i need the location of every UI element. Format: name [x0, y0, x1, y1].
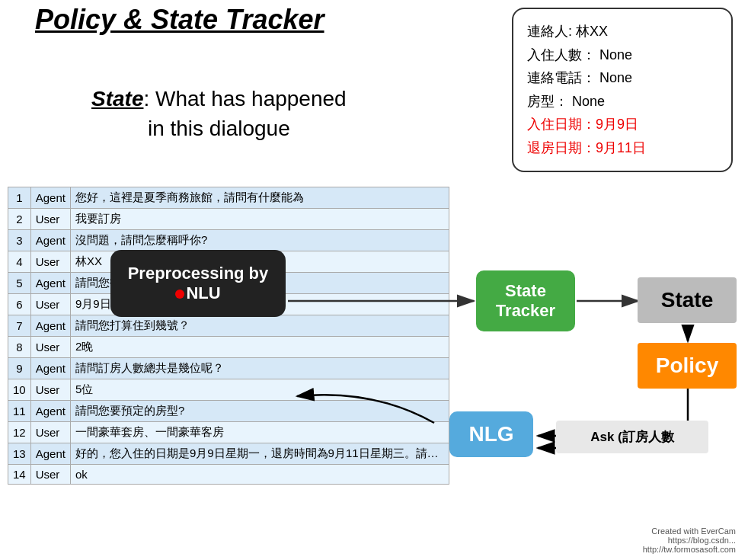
info-guests: 入住人數： None	[527, 43, 718, 67]
row-content: 請問您要預定的房型?	[70, 401, 449, 422]
row-num: 14	[8, 465, 31, 485]
table-row: 1 Agent 您好，這裡是夏季商務旅館，請問有什麼能為	[8, 187, 449, 209]
row-role: User	[30, 294, 70, 315]
row-content: 您好，這裡是夏季商務旅館，請問有什麼能為	[70, 187, 449, 209]
row-role: Agent	[30, 187, 70, 209]
info-box: 連絡人: 林XX 入住人數： None 連絡電話： None 房型： None …	[512, 8, 733, 172]
state-box: State	[638, 277, 737, 323]
row-content: 請問您打算住到幾號？	[70, 315, 449, 337]
table-row: 14 User ok	[8, 465, 449, 485]
row-role: User	[30, 465, 70, 485]
info-room-type: 房型： None	[527, 90, 718, 114]
row-content: ok	[70, 465, 449, 485]
nlg-box: NLG	[449, 411, 533, 457]
row-role: User	[30, 251, 70, 273]
row-role: User	[30, 379, 70, 401]
row-num: 3	[8, 230, 31, 251]
state-desc-line1: State: What has happened	[91, 84, 347, 114]
row-num: 9	[8, 358, 31, 379]
row-num: 5	[8, 273, 31, 294]
row-role: Agent	[30, 230, 70, 251]
table-row: 7 Agent 請問您打算住到幾號？	[8, 315, 449, 337]
nlu-line1: Preprocessing by	[126, 264, 270, 283]
nlu-dot	[175, 290, 184, 299]
dialogue-table: 1 Agent 您好，這裡是夏季商務旅館，請問有什麼能為2 User 我要訂房3…	[8, 187, 449, 485]
row-num: 11	[8, 401, 31, 422]
table-row: 8 User 2晚	[8, 337, 449, 358]
table-row: 13 Agent 好的，您入住的日期是9月9日星期一，退房時間為9月11日星期三…	[8, 443, 449, 465]
row-num: 6	[8, 294, 31, 315]
row-role: Agent	[30, 358, 70, 379]
table-row: 3 Agent 沒問題，請問怎麼稱呼你?	[8, 230, 449, 251]
nlu-line2: NLU	[126, 283, 270, 303]
table-row: 2 User 我要訂房	[8, 209, 449, 230]
row-content: 一間豪華套房、一間豪華客房	[70, 422, 449, 443]
row-content: 5位	[70, 379, 449, 401]
footer: Created with EverCam https://blog.csdn..…	[643, 526, 736, 554]
table-row: 11 Agent 請問您要預定的房型?	[8, 401, 449, 422]
state-tracker-label: StateTracker	[484, 281, 567, 321]
info-phone: 連絡電話： None	[527, 66, 718, 90]
row-num: 2	[8, 209, 31, 230]
row-num: 8	[8, 337, 31, 358]
row-content: 好的，您入住的日期是9月9日星期一，退房時間為9月11日星期三。請問確認訂房嗎?	[70, 443, 449, 465]
row-content: 我要訂房	[70, 209, 449, 230]
state-desc-line2: in this dialogue	[91, 114, 347, 143]
table-row: 12 User 一間豪華套房、一間豪華客房	[8, 422, 449, 443]
row-num: 12	[8, 422, 31, 443]
row-role: User	[30, 422, 70, 443]
row-role: Agent	[30, 443, 70, 465]
table-row: 9 Agent 請問訂房人數總共是幾位呢？	[8, 358, 449, 379]
row-num: 7	[8, 315, 31, 337]
row-num: 4	[8, 251, 31, 273]
row-num: 10	[8, 379, 31, 401]
state-description: State: What has happened in this dialogu…	[91, 84, 347, 143]
row-num: 13	[8, 443, 31, 465]
footer-line2: https://blog.csdn...	[643, 536, 736, 545]
state-tracker-box: StateTracker	[476, 270, 575, 331]
ask-box: Ask (訂房人數	[556, 421, 708, 453]
info-checkout: 退房日期：9月11日	[527, 136, 718, 160]
footer-line3: http://tw.formosasoft.com	[643, 545, 736, 554]
row-role: User	[30, 337, 70, 358]
nlu-box: Preprocessing by NLU	[110, 250, 286, 317]
row-role: Agent	[30, 401, 70, 422]
info-contact: 連絡人: 林XX	[527, 20, 718, 43]
row-num: 1	[8, 187, 31, 209]
info-checkin: 入住日期：9月9日	[527, 113, 718, 136]
row-content: 請問訂房人數總共是幾位呢？	[70, 358, 449, 379]
footer-line1: Created with EverCam	[643, 526, 736, 536]
row-role: User	[30, 209, 70, 230]
page-title: Policy & State Tracker	[35, 3, 324, 36]
row-role: Agent	[30, 315, 70, 337]
row-content: 2晚	[70, 337, 449, 358]
policy-box: Policy	[638, 343, 737, 389]
row-content: 沒問題，請問怎麼稱呼你?	[70, 230, 449, 251]
row-role: Agent	[30, 273, 70, 294]
table-row: 10 User 5位	[8, 379, 449, 401]
